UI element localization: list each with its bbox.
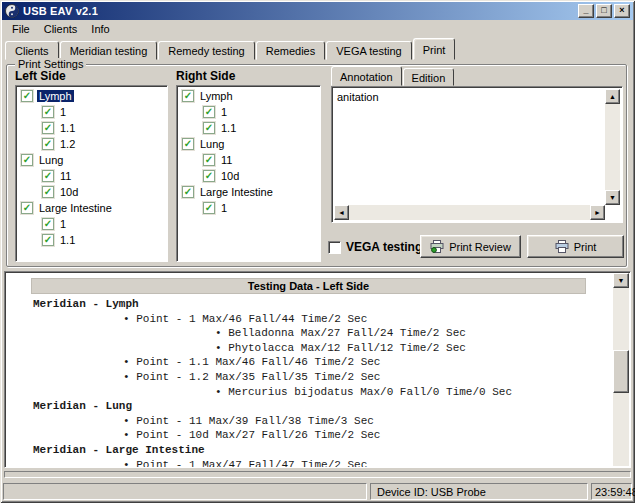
- tree-item[interactable]: ✓1: [16, 217, 167, 231]
- status-device-id: Device ID: USB Probe: [370, 483, 588, 500]
- tree-item[interactable]: ✓1: [177, 201, 320, 215]
- tree-item[interactable]: ✓Large Intestine: [16, 201, 167, 215]
- close-button[interactable]: ×: [614, 4, 630, 18]
- checkbox-icon[interactable]: ✓: [42, 218, 54, 230]
- checkbox-icon[interactable]: ✓: [203, 202, 215, 214]
- print-review-button[interactable]: Print Review: [420, 235, 521, 258]
- testing-data-line: Meridian - Large Intestine: [5, 444, 630, 459]
- testing-data-line: • Point - 1.1 Max/46 Fall/46 Time/2 Sec: [5, 356, 630, 371]
- tree-item[interactable]: ✓10d: [16, 185, 167, 199]
- annotation-horizontal-scrollbar[interactable]: ◄ ►: [334, 205, 605, 220]
- tree-item-label[interactable]: Large Intestine: [37, 202, 114, 214]
- bottom-strip: [4, 471, 631, 478]
- checkbox-icon[interactable]: ✓: [42, 122, 54, 134]
- checkbox-icon[interactable]: ✓: [42, 138, 54, 150]
- testing-data-scrollbar[interactable]: ▲ ▼: [613, 273, 629, 466]
- tree-item-label[interactable]: 1.1: [58, 234, 77, 246]
- testing-data-line: • Point - 1 Max/47 Fall/47 Time/2 Sec: [5, 459, 630, 468]
- menu-bar: FileClientsInfo: [2, 20, 633, 38]
- annotation-tabstrip: AnnotationEdition: [331, 66, 455, 86]
- minimize-button[interactable]: _: [578, 4, 594, 18]
- testing-data-line: • Point - 1.2 Max/35 Fall/35 Time/2 Sec: [5, 371, 630, 386]
- checkbox-icon[interactable]: ✓: [203, 154, 215, 166]
- print-button[interactable]: Print: [527, 235, 624, 258]
- annotation-textarea[interactable]: anitation: [334, 89, 605, 205]
- menu-item-clients[interactable]: Clients: [38, 21, 84, 37]
- checkbox-icon[interactable]: ✓: [42, 234, 54, 246]
- app-yinyang-icon: [5, 4, 19, 18]
- tree-item-label[interactable]: 1: [219, 202, 229, 214]
- tree-item-label[interactable]: 1: [219, 106, 229, 118]
- tree-item-label[interactable]: 11: [58, 170, 73, 182]
- vega-testing-checkbox[interactable]: [328, 241, 341, 254]
- testing-data-line: • Point - 1 Max/46 Fall/44 Time/2 Sec: [5, 313, 630, 328]
- tree-item-label[interactable]: Lymph: [198, 90, 235, 102]
- testing-data-line: • Belladonna Max/27 Fall/24 Time/2 Sec: [5, 327, 630, 342]
- tree-item-label[interactable]: 1: [58, 218, 68, 230]
- tree-item-label[interactable]: Lymph: [37, 90, 74, 102]
- tree-item-label[interactable]: 1.1: [219, 122, 238, 134]
- tree-item[interactable]: ✓Lung: [177, 137, 320, 151]
- scroll-down-icon[interactable]: ▼: [613, 273, 629, 288]
- tree-item[interactable]: ✓1.1: [177, 121, 320, 135]
- left-side-label: Left Side: [15, 69, 66, 83]
- tree-item[interactable]: ✓11: [16, 169, 167, 183]
- tab-print[interactable]: Print: [413, 38, 456, 60]
- tree-item[interactable]: ✓Lymph: [16, 89, 167, 103]
- tree-item[interactable]: ✓11: [177, 153, 320, 167]
- maximize-button[interactable]: □: [596, 4, 612, 18]
- app-window: USB EAV v2.1 _ □ × FileClientsInfo Clien…: [0, 0, 635, 503]
- tree-item-label[interactable]: 1.2: [58, 138, 77, 150]
- tree-item-label[interactable]: 10d: [219, 170, 241, 182]
- tree-item-label[interactable]: 11: [219, 154, 234, 166]
- tree-item[interactable]: ✓1.1: [16, 233, 167, 247]
- tab-remedies[interactable]: Remedies: [256, 41, 326, 60]
- main-tabstrip: ClientsMeridian testingRemedy testingRem…: [2, 38, 633, 60]
- print-label: Print: [574, 241, 597, 253]
- menu-item-info[interactable]: Info: [85, 21, 115, 37]
- tree-item[interactable]: ✓Lymph: [177, 89, 320, 103]
- tab-vega-testing[interactable]: VEGA testing: [326, 41, 411, 60]
- scroll-left-icon[interactable]: ◄: [334, 205, 349, 220]
- checkbox-icon[interactable]: ✓: [182, 186, 194, 198]
- status-clock: 23:59:48: [591, 483, 632, 500]
- scroll-up-icon[interactable]: ▲: [605, 89, 620, 104]
- annotation-vertical-scrollbar[interactable]: ▲ ▼: [605, 89, 620, 205]
- checkbox-icon[interactable]: ✓: [182, 90, 194, 102]
- scroll-right-icon[interactable]: ►: [590, 205, 605, 220]
- annotation-tab-edition[interactable]: Edition: [403, 68, 455, 86]
- checkbox-icon[interactable]: ✓: [21, 202, 33, 214]
- tree-item[interactable]: ✓Large Intestine: [177, 185, 320, 199]
- tree-item[interactable]: ✓Lung: [16, 153, 167, 167]
- scrollbar-thumb[interactable]: [613, 350, 629, 392]
- scroll-down-icon[interactable]: ▼: [605, 190, 620, 205]
- checkbox-icon[interactable]: ✓: [42, 170, 54, 182]
- tree-item-label[interactable]: 10d: [58, 186, 80, 198]
- checkbox-icon[interactable]: ✓: [21, 90, 33, 102]
- annotation-tab-annotation[interactable]: Annotation: [331, 66, 402, 86]
- tree-item[interactable]: ✓10d: [177, 169, 320, 183]
- checkbox-icon[interactable]: ✓: [42, 186, 54, 198]
- menu-item-file[interactable]: File: [6, 21, 36, 37]
- titlebar: USB EAV v2.1 _ □ ×: [2, 2, 633, 20]
- status-cell-empty: [3, 483, 367, 500]
- tab-remedy-testing[interactable]: Remedy testing: [158, 41, 254, 60]
- tree-item[interactable]: ✓1.2: [16, 137, 167, 151]
- tree-item-label[interactable]: Lung: [37, 154, 65, 166]
- checkbox-icon[interactable]: ✓: [182, 138, 194, 150]
- tree-item-label[interactable]: 1.1: [58, 122, 77, 134]
- checkbox-icon[interactable]: ✓: [21, 154, 33, 166]
- checkbox-icon[interactable]: ✓: [203, 122, 215, 134]
- printer-icon: [555, 240, 569, 253]
- vega-testing-row: VEGA testing: [328, 240, 422, 254]
- checkbox-icon[interactable]: ✓: [42, 106, 54, 118]
- tree-item[interactable]: ✓1.1: [16, 121, 167, 135]
- tree-item[interactable]: ✓1: [16, 105, 167, 119]
- checkbox-icon[interactable]: ✓: [203, 170, 215, 182]
- tree-item-label[interactable]: Lung: [198, 138, 226, 150]
- checkbox-icon[interactable]: ✓: [203, 106, 215, 118]
- tree-item[interactable]: ✓1: [177, 105, 320, 119]
- tree-item-label[interactable]: 1: [58, 106, 68, 118]
- tree-item-label[interactable]: Large Intestine: [198, 186, 275, 198]
- testing-data-line: • Point - 10d Max/27 Fall/26 Time/2 Sec: [5, 429, 630, 444]
